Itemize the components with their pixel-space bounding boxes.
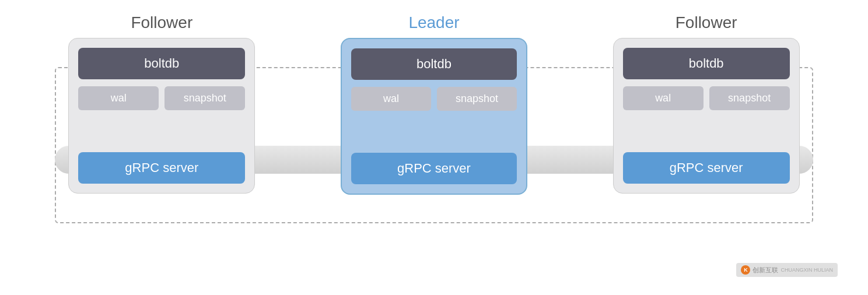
follower-left-boltdb: boltdb	[78, 48, 245, 79]
follower-left-storage-row: wal snapshot	[78, 86, 245, 110]
nodes-row: boltdb wal snapshot gRPC server boltdb w…	[26, 38, 842, 282]
leader-storage-row: wal snapshot	[351, 87, 517, 111]
labels-row: Follower Leader Follower	[26, 13, 842, 32]
follower-left-label-slot: Follower	[68, 13, 255, 32]
follower-right-label: Follower	[676, 13, 737, 31]
leader-boltdb: boltdb	[351, 48, 517, 80]
follower-left-wal: wal	[78, 86, 159, 110]
watermark-text: 创新互联	[752, 266, 778, 275]
follower-right-card: boltdb wal snapshot gRPC server	[613, 38, 800, 194]
leader-grpc: gRPC server	[351, 153, 517, 184]
follower-right-label-slot: Follower	[613, 13, 800, 32]
follower-left-label: Follower	[131, 13, 192, 31]
leader-label: Leader	[408, 13, 459, 31]
follower-left-card: boltdb wal snapshot gRPC server	[68, 38, 255, 194]
leader-snapshot: snapshot	[437, 87, 517, 111]
diagram-container: Follower Leader Follower Raft consensus …	[26, 13, 842, 282]
follower-left-grpc: gRPC server	[78, 152, 245, 184]
follower-right-snapshot: snapshot	[709, 86, 790, 110]
follower-right-wal: wal	[623, 86, 704, 110]
watermark-icon: K	[741, 265, 750, 275]
nodes-area: Raft consensus algorithm boltdb wal snap…	[26, 38, 842, 282]
follower-left-snapshot: snapshot	[164, 86, 245, 110]
follower-right-storage-row: wal snapshot	[623, 86, 790, 110]
watermark-subtext: CHUANGXIN HULIAN	[780, 267, 833, 273]
leader-wal: wal	[351, 87, 431, 111]
follower-right-boltdb: boltdb	[623, 48, 790, 79]
follower-right-grpc: gRPC server	[623, 152, 790, 184]
leader-card: boltdb wal snapshot gRPC server	[341, 38, 527, 195]
watermark: K 创新互联 CHUANGXIN HULIAN	[736, 263, 838, 277]
leader-label-slot: Leader	[341, 13, 527, 32]
